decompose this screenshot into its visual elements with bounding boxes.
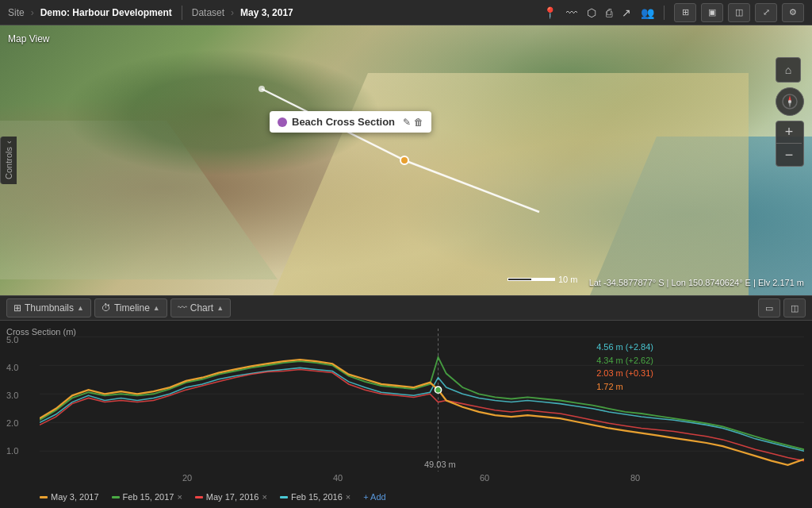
legend-add-btn[interactable]: + Add [363, 492, 385, 502]
legend-remove-feb15-2016[interactable]: × [346, 492, 350, 502]
feb15-2017-line [40, 357, 804, 449]
dataset-sep: › [231, 7, 234, 18]
delete-icon[interactable]: 🗑 [414, 117, 423, 128]
may3-2017-line [40, 360, 804, 465]
scale-bar: 10 m [508, 275, 577, 284]
feb15-2016-line [40, 368, 804, 451]
map-controls-right: ⌂ + − [776, 57, 804, 167]
legend-feb15-2016: Feb 15, 2016 × [280, 492, 350, 502]
y-tick-4: 4.0 [6, 363, 18, 372]
compass-btn[interactable] [776, 87, 804, 116]
legend-dot-may17-2016 [195, 496, 203, 498]
controls-label: Controls [4, 147, 13, 179]
y-tick-3: 3.0 [6, 391, 18, 400]
y-tick-2: 2.0 [6, 418, 18, 428]
x-tick-60: 60 [480, 473, 489, 483]
timeline-icon: ⏱ [102, 302, 111, 314]
thumbnails-btn[interactable]: ⊞ Thumbnails ▲ [6, 298, 91, 318]
scale-line [508, 278, 555, 281]
thumbnails-chevron: ▲ [77, 304, 84, 312]
distance-label: 49.03 m [424, 460, 456, 469]
share-icon[interactable]: ↗ [622, 6, 631, 19]
y-tick-5: 5.0 [6, 335, 18, 344]
export-icon[interactable]: ⎙ [606, 6, 612, 19]
legend-label-may3: May 3, 2017 [51, 492, 99, 502]
bottom-toolbar: ⊞ Thumbnails ▲ ⏱ Timeline ▲ 〰 Chart ▲ ▭ … [0, 295, 812, 321]
x-tick-20: 20 [182, 473, 192, 483]
y-tick-1: 1.0 [6, 446, 18, 456]
x-tick-40: 40 [333, 473, 343, 483]
location-popup: Beach Cross Section ✎ 🗑 [270, 111, 431, 133]
chart-layout-single[interactable]: ▭ [758, 298, 780, 318]
scale-label: 10 m [558, 275, 577, 284]
zoom-in-btn[interactable]: + [776, 121, 802, 144]
x-tick-80: 80 [630, 473, 640, 483]
zoom-group: + − [776, 121, 804, 167]
divider [182, 6, 182, 20]
thumbnails-icon: ⊞ [13, 302, 21, 314]
legend-dot-feb15-2016 [280, 496, 288, 498]
chart-icon[interactable]: 〰 [566, 6, 577, 19]
map-view-label: Map View [8, 33, 49, 44]
pin-icon[interactable]: 📍 [543, 6, 557, 19]
svg-point-7 [788, 100, 791, 103]
timeline-chevron: ▲ [153, 304, 160, 312]
legend-label-feb15-2017: Feb 15, 2017 [123, 492, 174, 502]
layout-btn-4[interactable]: ⤢ [755, 3, 777, 22]
divider2 [664, 6, 665, 20]
legend-may3: May 3, 2017 [40, 492, 99, 502]
coords-bar: Lat -34.5877877° S | Lon 150.8740624° E … [589, 278, 804, 287]
dataset-label: Dataset [192, 7, 224, 18]
layout-btn-2[interactable]: ▣ [701, 3, 723, 22]
timeline-label: Timeline [114, 302, 150, 314]
controls-chevron: ‹ [4, 141, 13, 144]
chart-area: Cross Section (m) 5.0 4.0 3.0 2.0 1.0 20… [0, 321, 812, 508]
top-bar: Site › Demo: Harbour Development Dataset… [0, 0, 812, 25]
may17-2016-line [40, 369, 804, 460]
legend-dot-may3 [40, 496, 48, 498]
site-sep: › [31, 7, 34, 18]
thumbnails-label: Thumbnails [25, 302, 74, 314]
chart-chevron: ▲ [216, 304, 224, 312]
chart-legend: May 3, 2017 Feb 15, 2017 × May 17, 2016 … [40, 492, 804, 502]
layout-btn-3[interactable]: ◫ [728, 3, 750, 22]
legend-label-may17-2016: May 17, 2016 [206, 492, 259, 502]
chart-layout-split[interactable]: ◫ [783, 298, 806, 318]
popup-title: Beach Cross Section [292, 116, 395, 128]
chart-layout-btns: ▭ ◫ [758, 298, 806, 318]
chart-svg [40, 329, 804, 471]
map-area[interactable]: Beach Cross Section ✎ 🗑 Map View Control… [0, 25, 812, 295]
zoom-out-btn[interactable]: − [776, 144, 802, 166]
legend-label-feb15-2016: Feb 15, 2016 [291, 492, 343, 502]
legend-remove-feb15-2017[interactable]: × [177, 492, 182, 502]
legend-dot-feb15-2017 [112, 496, 120, 498]
edit-icon[interactable]: ✎ [403, 117, 411, 128]
site-name: Demo: Harbour Development [40, 7, 172, 18]
layout-controls: ⊞ ▣ ◫ ⤢ ⚙ [674, 3, 804, 22]
chart-btn[interactable]: 〰 Chart ▲ [170, 298, 231, 318]
top-bar-icons: 📍 〰 ⬡ ⎙ ↗ 👥 [543, 6, 654, 19]
chart-line-icon: 〰 [178, 302, 187, 314]
timeline-btn[interactable]: ⏱ Timeline ▲ [94, 298, 167, 318]
controls-panel[interactable]: Controls ‹ [0, 137, 17, 184]
legend-remove-may17-2016[interactable]: × [262, 492, 266, 502]
dataset-date: May 3, 2017 [240, 7, 293, 18]
home-btn[interactable]: ⌂ [776, 57, 801, 83]
settings-btn[interactable]: ⚙ [782, 3, 804, 22]
popup-dot [278, 117, 287, 127]
popup-icons: ✎ 🗑 [403, 117, 423, 128]
legend-may17-2016: May 17, 2016 × [195, 492, 267, 502]
users-icon[interactable]: 👥 [641, 6, 654, 19]
legend-feb15-2017: Feb 15, 2017 × [112, 492, 182, 502]
polygon-icon[interactable]: ⬡ [587, 6, 596, 19]
chart-label: Chart [190, 302, 213, 314]
svg-point-14 [435, 387, 441, 393]
site-label: Site [8, 7, 25, 18]
layout-btn-1[interactable]: ⊞ [674, 3, 696, 22]
